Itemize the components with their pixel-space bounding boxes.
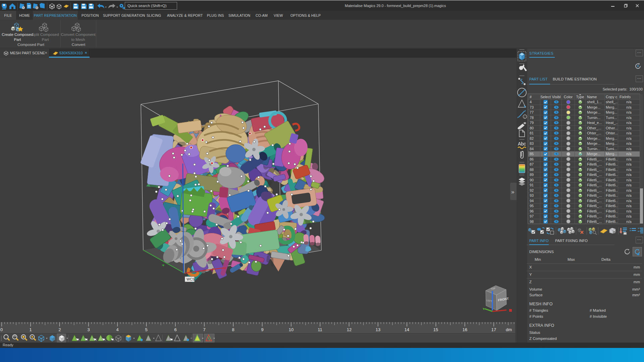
svg-text:5: 5: [145, 327, 147, 332]
svg-text:7: 7: [203, 327, 205, 332]
svg-text:3: 3: [87, 327, 90, 332]
svg-text:WCS: WCS: [186, 277, 195, 281]
svg-text:dm: dm: [506, 327, 512, 332]
svg-text:4: 4: [116, 327, 118, 332]
svg-text:11: 11: [318, 327, 322, 332]
svg-text:8: 8: [232, 327, 234, 332]
svg-text:1: 1: [29, 327, 32, 332]
svg-text:16: 16: [463, 327, 467, 332]
svg-text:6: 6: [174, 327, 176, 332]
svg-text:10: 10: [289, 327, 293, 332]
svg-text:TOP: TOP: [491, 287, 496, 290]
svg-text:»: »: [511, 189, 514, 195]
svg-text:i: i: [525, 116, 525, 119]
svg-text:15: 15: [433, 327, 438, 332]
svg-text:13: 13: [376, 327, 380, 332]
svg-text:Abc: Abc: [518, 141, 526, 146]
svg-text:17: 17: [491, 327, 496, 332]
svg-text:14: 14: [405, 327, 409, 332]
svg-text:12: 12: [347, 327, 352, 332]
svg-text:0: 0: [0, 327, 3, 332]
svg-text:2: 2: [58, 327, 61, 332]
svg-text:9: 9: [261, 327, 263, 332]
